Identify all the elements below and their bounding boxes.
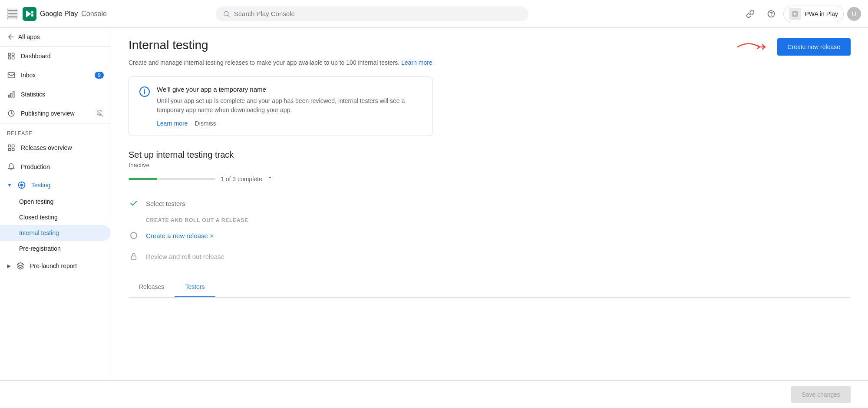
info-icon: i [139, 86, 150, 97]
help-icon-button[interactable] [762, 5, 780, 23]
app-chip-icon [789, 8, 801, 20]
page-title: Internal testing [129, 38, 208, 52]
create-btn-area: Create new release [736, 38, 851, 56]
create-release-link[interactable]: Create a new release > [146, 232, 214, 239]
footer: Save changes [0, 380, 868, 408]
chevron-right-icon: ▶ [7, 263, 11, 269]
sidebar-item-inbox[interactable]: Inbox 9 [0, 66, 111, 85]
svg-point-23 [20, 184, 23, 187]
progress-bar-fill [129, 178, 157, 180]
all-apps-label: All apps [18, 33, 40, 40]
releases-overview-label: Releases overview [21, 144, 104, 151]
sidebar-item-pre-launch[interactable]: ▶ Pre-launch report [0, 256, 111, 275]
info-card: i We'll give your app a temporary name U… [129, 76, 432, 136]
step-label-review-rollout: Review and roll out release [146, 253, 224, 260]
svg-rect-13 [8, 95, 10, 97]
chevron-down-icon: ▼ [7, 182, 12, 188]
svg-rect-1 [31, 11, 33, 13]
logo-text-console: Console [81, 10, 107, 18]
main-layout: All apps Dashboard Inbox [0, 28, 868, 380]
sidebar-item-publishing-overview[interactable]: Publishing overview [0, 104, 111, 123]
nav-actions: PWA in Play U [742, 5, 861, 23]
svg-rect-14 [11, 93, 12, 97]
page-header: Internal testing Create new release [129, 38, 851, 56]
internal-testing-label: Internal testing [19, 229, 59, 236]
prelaunch-label: Pre-launch report [30, 262, 104, 269]
step-label-create-release: Create a new release > [146, 232, 214, 239]
sidebar-item-production[interactable]: Production [0, 157, 111, 176]
pre-registration-label: Pre-registration [19, 245, 61, 252]
info-card-description: Until your app set up is complete and yo… [157, 96, 422, 115]
search-icon [223, 10, 230, 18]
sidebar-item-statistics[interactable]: Statistics [0, 85, 111, 104]
sidebar-item-closed-testing[interactable]: Closed testing [0, 209, 111, 225]
notification-off-icon [96, 109, 104, 117]
svg-rect-9 [12, 53, 14, 55]
steps-list: Select testers CREATE AND ROLL OUT A REL… [129, 193, 851, 267]
user-avatar[interactable]: U [847, 7, 861, 21]
hamburger-menu[interactable] [7, 9, 17, 19]
app-chip-name: PWA in Play [805, 10, 838, 17]
search-input[interactable] [234, 10, 522, 17]
closed-testing-label: Closed testing [19, 214, 58, 221]
dashboard-label: Dashboard [21, 53, 104, 60]
open-testing-label: Open testing [19, 198, 53, 205]
create-new-release-button[interactable]: Create new release [777, 38, 851, 56]
testing-label: Testing [31, 182, 50, 189]
info-card-title: We'll give your app a temporary name [157, 86, 422, 93]
info-dismiss-link[interactable]: Dismiss [195, 120, 216, 127]
sidebar-item-releases-overview[interactable]: Releases overview [0, 138, 111, 157]
all-apps-button[interactable]: All apps [0, 28, 111, 46]
progress-chevron-icon[interactable]: ⌃ [267, 176, 273, 182]
sidebar-item-open-testing[interactable]: Open testing [0, 194, 111, 209]
info-card-content: We'll give your app a temporary name Unt… [157, 86, 422, 127]
step-review-rollout: Review and roll out release [129, 246, 851, 267]
step-locked-icon [129, 251, 139, 262]
app-chip[interactable]: PWA in Play [783, 6, 844, 22]
step-todo-icon [130, 232, 137, 239]
link-icon [746, 10, 755, 18]
setup-section-title: Set up internal testing track [129, 150, 851, 160]
publishing-icon [7, 109, 16, 118]
logo-area[interactable]: Google Play Console [23, 7, 107, 21]
svg-line-4 [228, 15, 229, 17]
info-card-actions: Learn more Dismiss [157, 120, 422, 127]
step-create-release: Create a new release > [129, 225, 851, 246]
production-icon [7, 163, 16, 171]
tab-releases[interactable]: Releases [129, 277, 175, 297]
step-label-select-testers: Select testers [146, 200, 185, 207]
main-content-area: Internal testing Create new release Crea… [111, 28, 868, 380]
info-learn-more-link[interactable]: Learn more [157, 120, 188, 127]
back-arrow-icon [7, 33, 15, 41]
statistics-icon [7, 90, 16, 99]
save-changes-button[interactable]: Save changes [791, 386, 851, 403]
page-subtitle: Create and manage internal testing relea… [129, 59, 851, 66]
svg-point-6 [771, 15, 772, 16]
help-icon [767, 10, 776, 18]
prelaunch-icon [16, 262, 25, 270]
search-bar[interactable] [216, 7, 528, 21]
testing-icon [17, 181, 26, 189]
logo-icon [23, 7, 36, 21]
svg-rect-19 [12, 145, 14, 147]
publishing-label: Publishing overview [21, 110, 91, 117]
sidebar-item-internal-testing[interactable]: Internal testing [0, 225, 111, 241]
progress-area: 1 of 3 complete ⌃ [129, 176, 851, 182]
logo-text-google-play: Google Play [40, 10, 78, 18]
svg-rect-11 [12, 57, 14, 59]
setup-status: Inactive [129, 162, 851, 169]
sidebar-item-pre-registration[interactable]: Pre-registration [0, 241, 111, 256]
learn-more-link-subtitle[interactable]: Learn more [401, 59, 432, 66]
svg-rect-2 [31, 14, 33, 17]
production-label: Production [21, 163, 104, 170]
dashboard-icon [7, 52, 16, 60]
progress-bar-track [129, 178, 215, 180]
inbox-label: Inbox [21, 72, 89, 79]
releases-icon [7, 143, 16, 152]
progress-text: 1 of 3 complete [221, 176, 262, 182]
link-icon-button[interactable] [742, 5, 759, 23]
tab-testers[interactable]: Testers [175, 277, 215, 297]
setup-section: Set up internal testing track Inactive 1… [129, 150, 851, 298]
sidebar-item-testing[interactable]: ▼ Testing [0, 176, 111, 194]
sidebar-item-dashboard[interactable]: Dashboard [0, 46, 111, 66]
